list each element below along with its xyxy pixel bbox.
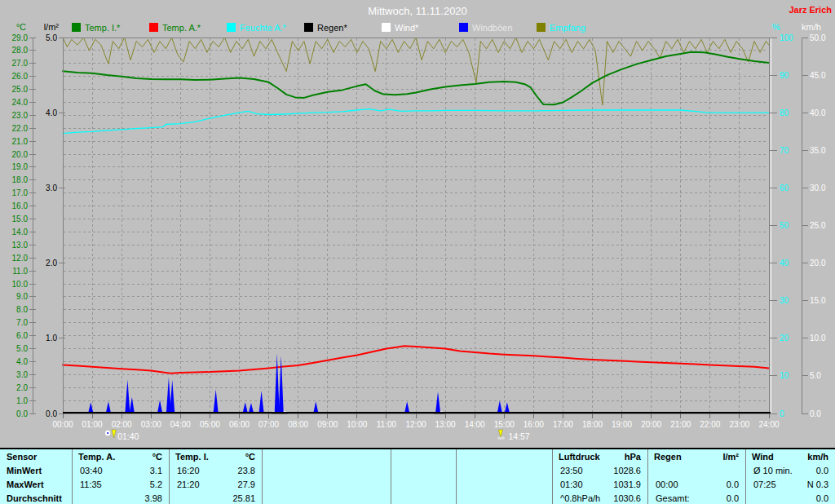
svg-text:3.0: 3.0 bbox=[16, 370, 28, 379]
table-cell-value: 1030.6 bbox=[552, 493, 641, 504]
svg-text:45.0: 45.0 bbox=[810, 71, 826, 80]
svg-text:40.0: 40.0 bbox=[810, 108, 826, 117]
table-cell-value: 27.9 bbox=[169, 479, 255, 491]
svg-text:00:00: 00:00 bbox=[52, 420, 73, 429]
svg-text:11.0: 11.0 bbox=[12, 267, 28, 276]
axis-kmh: 0.05.010.015.020.025.030.035.040.045.050… bbox=[802, 33, 826, 418]
svg-text:19.0: 19.0 bbox=[12, 162, 29, 171]
table-divider bbox=[391, 449, 391, 504]
svg-text:04:00: 04:00 bbox=[170, 420, 191, 429]
plot-border bbox=[63, 38, 771, 414]
svg-text:03:00: 03:00 bbox=[141, 420, 161, 429]
svg-text:07:00: 07:00 bbox=[258, 420, 279, 429]
svg-text:5.0: 5.0 bbox=[810, 371, 821, 380]
table-cell-value: 25.81 bbox=[169, 493, 255, 504]
table-divider bbox=[262, 449, 263, 504]
svg-text:29.0: 29.0 bbox=[12, 33, 29, 42]
svg-text:9.0: 9.0 bbox=[16, 292, 28, 301]
series-windböen bbox=[88, 353, 510, 413]
table-col-unit: km/h bbox=[745, 451, 828, 463]
svg-text:08:00: 08:00 bbox=[288, 420, 308, 429]
svg-text:16.0: 16.0 bbox=[12, 201, 29, 210]
grid bbox=[64, 38, 768, 413]
svg-text:25.0: 25.0 bbox=[810, 221, 826, 230]
svg-text:40: 40 bbox=[780, 259, 789, 267]
svg-text:5.0: 5.0 bbox=[46, 33, 57, 42]
table-cell-value: 0.0 bbox=[745, 465, 828, 477]
svg-text:19:00: 19:00 bbox=[612, 420, 632, 429]
table-cell-value: 1028.6 bbox=[552, 465, 641, 477]
svg-text:0: 0 bbox=[780, 409, 784, 418]
svg-text:24.0: 24.0 bbox=[12, 98, 29, 107]
svg-text:20.0: 20.0 bbox=[12, 150, 29, 159]
table-row-label: Sensor bbox=[7, 451, 70, 463]
svg-text:10: 10 bbox=[780, 371, 789, 380]
svg-text:7.0: 7.0 bbox=[16, 318, 28, 327]
svg-text:22.0: 22.0 bbox=[12, 124, 29, 133]
table-col-unit: l/m² bbox=[647, 451, 739, 463]
table-cell-value: N 0.3 bbox=[745, 479, 828, 491]
svg-text:2.0: 2.0 bbox=[16, 383, 28, 392]
svg-text:8.0: 8.0 bbox=[16, 305, 28, 314]
svg-text:90: 90 bbox=[780, 71, 789, 80]
svg-text:21:00: 21:00 bbox=[670, 420, 691, 429]
table-cell-value: 1031.9 bbox=[552, 479, 641, 491]
svg-text:60: 60 bbox=[780, 183, 789, 192]
svg-text:35.0: 35.0 bbox=[810, 146, 826, 155]
svg-text:23.0: 23.0 bbox=[12, 111, 29, 120]
svg-text:20.0: 20.0 bbox=[810, 259, 826, 267]
svg-text:18.0: 18.0 bbox=[12, 175, 29, 184]
axis-rain_lm2: 0.01.02.03.04.05.0 bbox=[46, 33, 65, 418]
series-empfang bbox=[63, 38, 769, 105]
svg-text:05:00: 05:00 bbox=[200, 420, 220, 429]
svg-text:1.0: 1.0 bbox=[46, 334, 57, 343]
svg-text:11:00: 11:00 bbox=[377, 420, 397, 429]
svg-text:2.0: 2.0 bbox=[46, 259, 57, 267]
svg-text:25.0: 25.0 bbox=[12, 85, 29, 94]
svg-text:50.0: 50.0 bbox=[810, 33, 826, 42]
table-cell-value: 23.8 bbox=[169, 465, 255, 477]
svg-text:28.0: 28.0 bbox=[12, 46, 29, 55]
svg-text:10:00: 10:00 bbox=[347, 420, 367, 429]
table-row-label: MaxWert bbox=[7, 479, 70, 491]
svg-text:09:00: 09:00 bbox=[317, 420, 338, 429]
svg-text:02:00: 02:00 bbox=[112, 420, 132, 429]
svg-text:13:00: 13:00 bbox=[435, 420, 456, 429]
svg-text:6.0: 6.0 bbox=[16, 331, 28, 340]
axis-x: 00:0001:0002:0003:0004:0005:0006:0007:00… bbox=[52, 413, 779, 429]
svg-text:13.0: 13.0 bbox=[12, 241, 29, 250]
svg-text:15:00: 15:00 bbox=[494, 420, 515, 429]
svg-text:20: 20 bbox=[780, 334, 789, 343]
table-divider bbox=[456, 449, 457, 504]
svg-text:70: 70 bbox=[780, 146, 789, 155]
svg-text:01:00: 01:00 bbox=[82, 420, 103, 429]
svg-text:4.0: 4.0 bbox=[16, 357, 28, 366]
axis-percent: 0102030405060708090100 bbox=[770, 33, 793, 418]
svg-text:20:00: 20:00 bbox=[641, 420, 661, 429]
svg-text:27.0: 27.0 bbox=[12, 59, 29, 68]
svg-text:15.0: 15.0 bbox=[810, 296, 826, 305]
svg-text:18:00: 18:00 bbox=[582, 420, 603, 429]
svg-text:0.0: 0.0 bbox=[810, 409, 821, 418]
marker-time: 14:57 bbox=[508, 431, 529, 441]
svg-text:30.0: 30.0 bbox=[810, 183, 826, 192]
svg-text:14:00: 14:00 bbox=[465, 420, 485, 429]
svg-text:50: 50 bbox=[780, 221, 789, 230]
weather-station-window: Mittwoch, 11.11.2020 Jarz Erich °C l/m² … bbox=[0, 0, 835, 504]
svg-text:0.0: 0.0 bbox=[46, 409, 57, 418]
svg-text:0.0: 0.0 bbox=[16, 409, 28, 418]
svg-text:15.0: 15.0 bbox=[12, 214, 29, 223]
table-cell-value: 3.98 bbox=[72, 493, 162, 504]
svg-text:4.0: 4.0 bbox=[46, 108, 57, 117]
svg-text:17:00: 17:00 bbox=[553, 420, 573, 429]
svg-text:17.0: 17.0 bbox=[12, 188, 29, 197]
table-row-label: Durchschnitt bbox=[7, 493, 70, 504]
svg-text:1.0: 1.0 bbox=[16, 396, 28, 405]
svg-text:10.0: 10.0 bbox=[12, 280, 29, 289]
svg-text:3.0: 3.0 bbox=[46, 183, 57, 192]
svg-text:14.0: 14.0 bbox=[12, 228, 29, 237]
set-marker-icon: 14:57 bbox=[497, 430, 530, 441]
summary-table: SensorMinWertMaxWertDurchschnittTemp. A.… bbox=[0, 448, 835, 504]
table-cell-value: 0.0 bbox=[647, 479, 739, 491]
marker-time: 01:40 bbox=[117, 431, 139, 441]
